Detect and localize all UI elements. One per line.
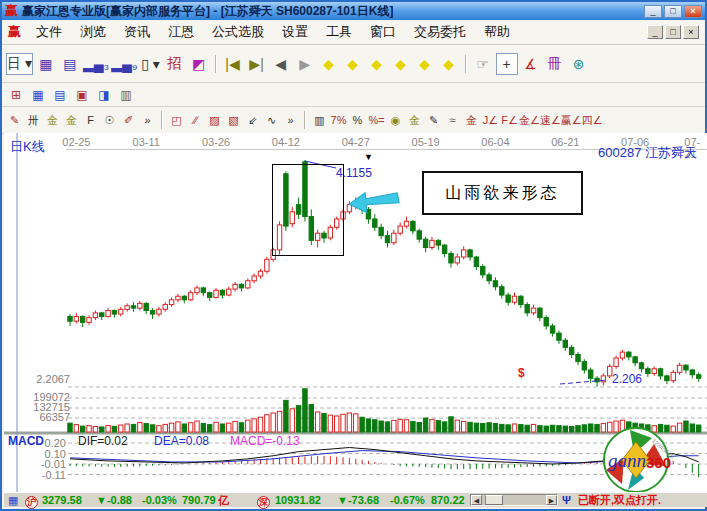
spiral-icon[interactable]: ☉ (100, 110, 119, 130)
drag-hand-icon[interactable]: ☞ (472, 53, 494, 75)
menu-item-3[interactable]: 资讯 (115, 24, 159, 39)
price-low-label: 2.2067 (24, 373, 70, 385)
scroll-right-diamond-icon[interactable]: ◆ (342, 53, 364, 75)
menu-item-9[interactable]: 交易委托 (405, 24, 475, 39)
period-selector-icon[interactable]: 日 ▾ (6, 53, 33, 75)
brush-grid-icon[interactable]: ✐ (119, 110, 138, 130)
compare-stock-icon[interactable]: 招 (164, 53, 186, 75)
gann-tools-icon[interactable]: 冊 (544, 53, 566, 75)
zigzag-icon[interactable]: ∿ (262, 110, 281, 130)
minimize-button[interactable]: _ (644, 5, 662, 18)
scroll-thumb[interactable] (485, 495, 503, 505)
wave-line-icon[interactable]: ≈ (443, 110, 462, 130)
candle-style-icon[interactable]: ▯ ▾ (140, 53, 162, 75)
menu-item-10[interactable]: 帮助 (475, 24, 519, 39)
line-rect-icon[interactable]: ▧ (224, 110, 243, 130)
mdi-close-button[interactable]: × (683, 25, 699, 39)
prev-page-icon[interactable]: ◀ (270, 53, 292, 75)
menu-item-2[interactable]: 浏览 (71, 24, 115, 39)
more-grids-icon[interactable]: » (138, 110, 157, 130)
print-icon[interactable]: ▥ (116, 86, 136, 104)
sz-index-pct: -0.67% (390, 493, 425, 507)
expand-horizontal-icon[interactable]: ◆ (366, 53, 388, 75)
speed-angle-icon[interactable]: 速∠ (540, 110, 561, 130)
gold-angle-2-icon[interactable]: 金∠ (519, 110, 540, 130)
sh-amount-unit: 亿 (218, 493, 229, 507)
candles-layer (68, 160, 701, 387)
crosshair-icon[interactable]: + (496, 53, 518, 75)
next-page-icon[interactable]: ▶ (294, 53, 316, 75)
f10-info-icon[interactable]: ▤ (59, 53, 81, 75)
mark-brush-icon[interactable]: ✎ (424, 110, 443, 130)
menu-item-5[interactable]: 公式选股 (203, 24, 273, 39)
minute-9-chart-icon[interactable]: ▂▄₉ (111, 53, 137, 75)
connection-status[interactable]: 已断开,双点打开. (578, 493, 661, 507)
arrow-fan-icon[interactable]: ⇙ (243, 110, 262, 130)
menu-item-7[interactable]: 工具 (317, 24, 361, 39)
rect-tool-icon[interactable]: ◰ (167, 110, 186, 130)
mdi-restore-button[interactable]: □ (665, 25, 681, 39)
pattern-window-icon[interactable]: ▦ (35, 53, 57, 75)
notepad-icon[interactable]: ▤ (50, 86, 70, 104)
fib-grid-icon[interactable]: F (81, 110, 100, 130)
shenzhen-badge-icon: 深 (257, 496, 270, 509)
angle-measure-icon[interactable]: ∡ (520, 53, 542, 75)
scroll-right-arrow[interactable]: ▶ (546, 495, 557, 505)
win-angle-icon[interactable]: 赢∠ (561, 110, 582, 130)
more-draw-icon[interactable]: » (281, 110, 300, 130)
window-title: 赢家江恩专业版[赢家内部服务平台] - [江苏舜天 SH600287-101日K… (22, 3, 393, 20)
percent-icon[interactable]: % (348, 110, 367, 130)
menu-bar: 赢 文件浏览资讯江恩公式选股设置工具窗口交易委托帮助 _ □ × (2, 20, 705, 45)
toolbar-main: 日 ▾▦▤▂▄₃▂▄₉▯ ▾招◩|◀▶|◀▶◆◆◆◆◆◆☞+∡冊⊛ (2, 45, 705, 83)
antenna-icon: Ψ (562, 493, 571, 507)
calendar-icon[interactable]: ⊞ (6, 86, 26, 104)
sh-amount: 790.79 (182, 493, 216, 507)
scroll-left-arrow[interactable]: ◀ (471, 495, 482, 505)
sz-index-value: 10931.82 (275, 493, 321, 507)
maximize-button[interactable]: □ (664, 5, 682, 18)
gold-angle-line-icon[interactable]: 金 (462, 110, 481, 130)
macd-layer (70, 448, 699, 478)
volume-bars-layer (68, 389, 701, 432)
restore-scale-icon[interactable]: ◆ (438, 53, 460, 75)
color-volume-icon[interactable]: ◩ (188, 53, 210, 75)
percent-zone-icon[interactable]: 7% (329, 110, 348, 130)
four-angle-icon[interactable]: 四∠ (582, 110, 603, 130)
menu-item-4[interactable]: 江恩 (159, 24, 203, 39)
first-page-icon[interactable]: |◀ (222, 53, 244, 75)
smart-analysis-icon[interactable]: ⊛ (568, 53, 590, 75)
stat-columns-icon[interactable]: ▥ (310, 110, 329, 130)
gann-grid-icon[interactable]: 卅 (24, 110, 43, 130)
save-icon[interactable]: ▣ (72, 86, 92, 104)
scroll-left-diamond-icon[interactable]: ◆ (318, 53, 340, 75)
keyboard-icon[interactable]: ▦ (8, 493, 18, 507)
minute-3-chart-icon[interactable]: ▂▄₃ (83, 53, 109, 75)
title-bar[interactable]: 赢 赢家江恩专业版[赢家内部服务平台] - [江苏舜天 SH600287-101… (2, 2, 705, 20)
close-button[interactable]: × (684, 5, 702, 18)
percent-lines-icon[interactable]: %= (367, 110, 386, 130)
menu-item-1[interactable]: 文件 (27, 24, 71, 39)
status-bar: ▦ 沪 3279.58 ▼-0.88 -0.03% 790.79 亿 深 109… (4, 492, 707, 507)
j-angle-line-icon[interactable]: J∠ (481, 110, 500, 130)
export-data-icon[interactable]: ◨ (94, 86, 114, 104)
gold-price-lines-icon[interactable]: 金 (405, 110, 424, 130)
gold-circle-icon[interactable]: ◉ (386, 110, 405, 130)
sh-index-change: ▼-0.88 (96, 493, 132, 507)
compress-horizontal-icon[interactable]: ◆ (390, 53, 412, 75)
compress-vertical-icon[interactable]: ◆ (414, 53, 436, 75)
gold-grid-down-icon[interactable]: 金 (62, 110, 81, 130)
last-page-icon[interactable]: ▶| (246, 53, 268, 75)
shanghai-badge-icon: 沪 (25, 496, 38, 509)
menu-item-6[interactable]: 设置 (273, 24, 317, 39)
calculator-icon[interactable]: ▦ (28, 86, 48, 104)
menu-items: 文件浏览资讯江恩公式选股设置工具窗口交易委托帮助 (27, 23, 519, 41)
draw-brush-icon[interactable]: ✎ (5, 110, 24, 130)
gold-grid-up-icon[interactable]: 金 (43, 110, 62, 130)
horizontal-scrollbar[interactable]: ◀ ▶ (470, 494, 558, 506)
fan-rect-icon[interactable]: ▨ (205, 110, 224, 130)
fan-lines-icon[interactable]: ∕∕ (186, 110, 205, 130)
menu-item-8[interactable]: 窗口 (361, 24, 405, 39)
mdi-minimize-button[interactable]: _ (647, 25, 663, 39)
f-angle-line-icon[interactable]: F∠ (500, 110, 519, 130)
toolbar-drawing: ✎卅金金F☉✐»◰∕∕▨▧⇙∿»▥7%%%=◉金✎≈金J∠F∠金∠速∠赢∠四∠ (2, 107, 705, 134)
